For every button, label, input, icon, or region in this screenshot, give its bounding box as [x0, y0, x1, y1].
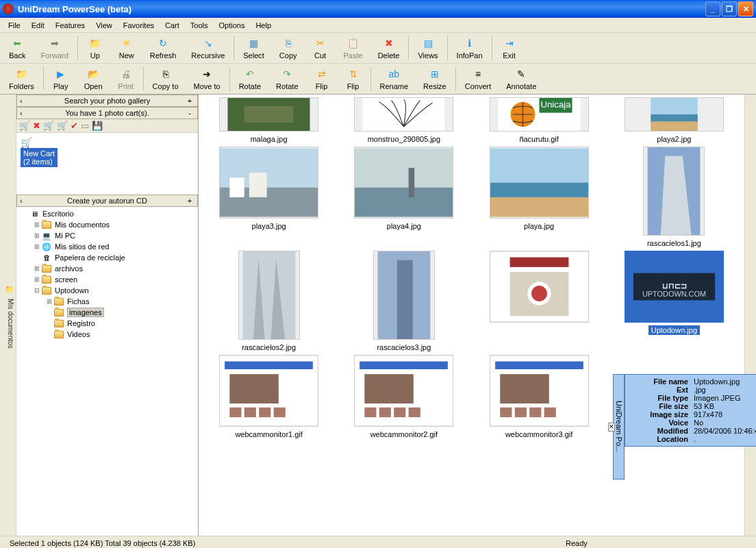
thumbnail-filename: webcammonitor2.gif: [368, 429, 440, 439]
tree-node-archivos[interactable]: ⊞archivos: [18, 263, 197, 274]
thumbnail-playa2-jpg[interactable]: playa2.jpg: [612, 97, 735, 144]
flip-button[interactable]: ⇅Flip: [338, 65, 369, 92]
thumbnail-malaga-jpg[interactable]: malaga.jpg: [207, 97, 331, 144]
thumbnail-monstruo_290805-jpg[interactable]: monstruo_290805.jpg: [342, 97, 466, 144]
shortcut-misdocumentos[interactable]: 📁Mis documentos: [5, 285, 16, 349]
menu-file[interactable]: File: [3, 20, 26, 31]
new-button[interactable]: ✳New: [111, 34, 142, 62]
cart-check-icon[interactable]: ✔: [71, 121, 78, 131]
thumbnail-filename: monstruo_290805.jpg: [365, 134, 443, 144]
thumbnail-ñacurutu-gif[interactable]: Unicajañacurutu.gif: [477, 97, 601, 144]
minimize-button[interactable]: _: [705, 1, 720, 16]
menu-tools[interactable]: Tools: [185, 20, 214, 31]
thumbnail-playa3-jpg[interactable]: playa3.jpg: [207, 147, 331, 248]
thumbnail-rascacielos3-jpg[interactable]: rascacielos3.jpg: [342, 251, 466, 352]
thumbnail-webcammonitor1-gif[interactable]: webcammonitor1.gif: [207, 355, 331, 439]
back-button[interactable]: ⬅Back: [1, 34, 33, 62]
paste-icon: 📋: [346, 36, 360, 50]
copy-button[interactable]: ⎘Copy: [272, 34, 305, 62]
cart-remove-icon[interactable]: 🛒: [57, 121, 68, 131]
recursive-button[interactable]: ↘Recursive: [184, 34, 232, 62]
cart-item-selected[interactable]: New Cart(2 items): [21, 148, 58, 167]
thumbnail-webcammonitor2-gif[interactable]: webcammonitor2.gif: [342, 355, 466, 439]
annotate-button[interactable]: ✎Annotate: [499, 65, 544, 92]
expand-icon[interactable]: +: [185, 97, 194, 105]
search-panel-title: Search your photo gallery: [29, 97, 185, 105]
info-row-image-size: Image size917x478: [631, 410, 756, 419]
svg-rect-48: [394, 408, 406, 417]
tree-node-papelera-de-reciclaje[interactable]: 🗑Papelera de reciclaje: [18, 252, 197, 263]
tree-node-registro[interactable]: Registro: [18, 318, 197, 329]
cut-button[interactable]: ✂Cut: [305, 34, 336, 62]
tree-node-escritorio[interactable]: 🖥Escritorio: [18, 208, 197, 219]
tree-node-mi-pc[interactable]: ⊞💻Mi PC: [18, 230, 197, 241]
select-icon: ▦: [247, 36, 261, 50]
folder-tree: 🖥Escritorio⊞Mis documentos⊞💻Mi PC⊞🌐Mis s…: [16, 207, 198, 536]
up-button[interactable]: 📁Up: [79, 34, 111, 62]
refresh-button[interactable]: ↻Refresh: [142, 34, 184, 62]
maximize-button[interactable]: ❐: [722, 1, 737, 16]
cart-add-icon[interactable]: 🛒: [43, 121, 54, 131]
infopan-button[interactable]: ℹInfoPan: [449, 34, 490, 62]
rename-button[interactable]: abRename: [373, 65, 416, 92]
cart-save-icon[interactable]: 💾: [92, 121, 103, 131]
menu-help[interactable]: Help: [250, 20, 277, 31]
tree-node-fichas[interactable]: ⊞Fichas: [18, 296, 197, 307]
move-to-button[interactable]: ➜Move to: [186, 65, 228, 92]
print-button: 🖨Print: [110, 65, 142, 92]
cart-delete-icon[interactable]: ✖: [33, 121, 40, 131]
menu-edit[interactable]: Edit: [26, 20, 50, 31]
folders-button[interactable]: 📁Folders: [1, 65, 42, 92]
delete-icon: ✖: [382, 36, 396, 50]
svg-rect-9: [651, 121, 698, 131]
thumbnail-filename: Uptodown.jpg: [648, 325, 700, 335]
thumbnail-Uptodown-jpg[interactable]: ⊔⊓⊏⊐UPTODOWN.COMUptodown.jpg: [612, 251, 735, 352]
exit-button[interactable]: ⇥Exit: [494, 34, 525, 62]
menu-favorites[interactable]: Favorites: [118, 20, 160, 31]
tree-node-uptodown[interactable]: ⊟Uptodown: [18, 285, 197, 296]
views-button[interactable]: ▤Views: [410, 34, 445, 62]
thumbnail-webcammonitor3-gif[interactable]: webcammonitor3.gif: [477, 355, 601, 439]
info-panel-tab[interactable]: UniDream Po... ✕: [613, 374, 625, 480]
thumbnail-stadium[interactable]: [477, 251, 601, 352]
convert-button[interactable]: ≡Convert: [457, 65, 499, 92]
search-panel-header[interactable]: ‹ Search your photo gallery +: [16, 95, 198, 107]
svg-rect-53: [500, 408, 512, 417]
svg-rect-56: [544, 408, 555, 417]
tree-node-mis-sitios-de-red[interactable]: ⊞🌐Mis sitios de red: [18, 241, 197, 252]
open-button[interactable]: 📂Open: [77, 65, 110, 92]
cart-view-icon[interactable]: ▭: [81, 121, 89, 131]
tree-node-imagenes[interactable]: imagenes: [18, 307, 197, 318]
tree-node-mis-documentos[interactable]: ⊞Mis documentos: [18, 219, 197, 230]
thumbnail-rascacielos1-jpg[interactable]: rascacielos1.jpg: [612, 147, 735, 248]
select-button[interactable]: ▦Select: [236, 34, 272, 62]
svg-rect-37: [225, 362, 313, 369]
flip-button[interactable]: ⇄Flip: [306, 65, 338, 92]
thumbnail-playa4-jpg[interactable]: playa4.jpg: [342, 147, 466, 248]
tree-node-videos[interactable]: Videos: [18, 329, 197, 340]
svg-rect-41: [259, 408, 270, 417]
close-button[interactable]: ✕: [738, 1, 753, 16]
svg-rect-42: [274, 408, 286, 417]
rename-icon: ab: [387, 67, 401, 81]
menu-cart[interactable]: Cart: [160, 20, 185, 31]
delete-button[interactable]: ✖Delete: [370, 34, 407, 62]
menu-features[interactable]: Features: [50, 20, 90, 31]
resize-button[interactable]: ⊞Resize: [416, 65, 454, 92]
rotate-button[interactable]: ↷Rotate: [268, 65, 305, 92]
menu-options[interactable]: Options: [214, 20, 251, 31]
rotate-button[interactable]: ↶Rotate: [231, 65, 268, 92]
thumbnail-playa-jpg[interactable]: playa.jpg: [477, 147, 601, 248]
menu-view[interactable]: View: [90, 20, 118, 31]
cart-count-header[interactable]: ‹ You have 1 photo cart(s). -: [16, 107, 198, 119]
autorun-panel-header[interactable]: ‹ Create your autorun CD +: [16, 195, 198, 207]
tree-node-screen[interactable]: ⊞screen: [18, 274, 197, 285]
scrollbar[interactable]: [744, 95, 756, 536]
play-button[interactable]: ▶Play: [45, 65, 77, 92]
thumbnail-rascacielos2-jpg[interactable]: rascacielos2.jpg: [207, 251, 331, 352]
expand-icon[interactable]: +: [185, 197, 194, 205]
cart-new-icon[interactable]: 🛒: [19, 121, 30, 131]
copy-to-button[interactable]: ⎘Copy to: [145, 65, 186, 92]
close-icon[interactable]: ✕: [608, 423, 615, 432]
collapse-icon[interactable]: -: [185, 109, 194, 117]
